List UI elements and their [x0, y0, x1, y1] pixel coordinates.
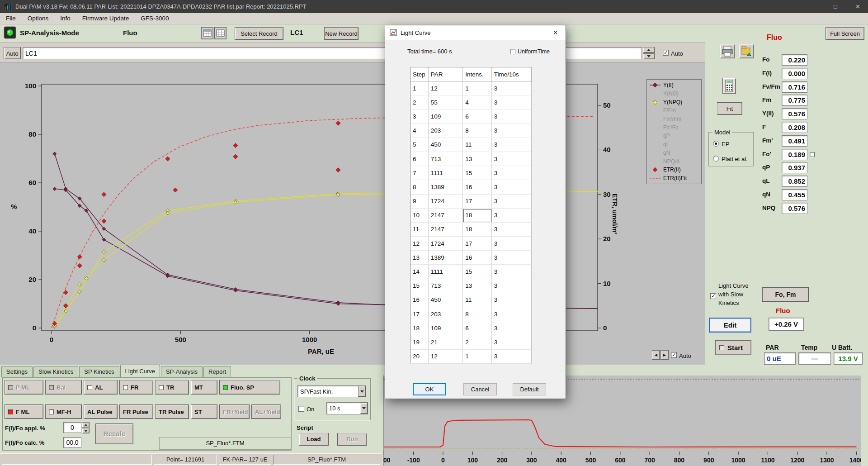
table-cell[interactable]: 1	[463, 350, 492, 364]
table-cell[interactable]: 10	[410, 209, 429, 223]
menu-info[interactable]: Info	[54, 13, 76, 24]
export-button[interactable]	[739, 44, 754, 58]
table-cell[interactable]: 3	[492, 180, 532, 194]
button-st[interactable]: ST	[191, 404, 217, 419]
legend-item-y-npq[interactable]: Y(NPQ)	[649, 98, 699, 106]
button-fr-pulse[interactable]: FR Pulse	[119, 404, 153, 419]
table-cell[interactable]: 13	[463, 152, 492, 166]
table-cell[interactable]: 3	[492, 350, 532, 364]
table-cell[interactable]: 2147	[429, 209, 463, 223]
clock-mode-select[interactable]: SP/Fast Kin.	[297, 385, 366, 397]
new-record-button[interactable]: New Record	[324, 27, 359, 40]
script-load-button[interactable]: Load	[299, 433, 329, 446]
legend-item-ql[interactable]: qL	[649, 140, 699, 149]
default-button[interactable]: Default	[513, 383, 546, 395]
table-cell[interactable]: 12	[429, 350, 463, 364]
table-cell[interactable]: 6	[463, 109, 492, 124]
table-cell[interactable]: 3	[492, 279, 532, 293]
full-screen-button[interactable]: Full Screen	[826, 27, 864, 40]
table-cell[interactable]: 3	[492, 265, 532, 279]
table-cell[interactable]: 8	[410, 180, 429, 194]
table-cell[interactable]: 450	[429, 293, 463, 307]
table-cell[interactable]: 3	[492, 251, 532, 265]
menu-options[interactable]: Options	[22, 13, 55, 24]
fo-prime-checkbox[interactable]	[810, 152, 815, 157]
table-cell[interactable]: 55	[429, 95, 463, 109]
table-cell[interactable]: 2	[410, 95, 429, 109]
table-cell[interactable]: 1	[463, 81, 492, 95]
table-cell[interactable]: 14	[410, 265, 429, 279]
button-tr[interactable]: TR	[155, 380, 189, 395]
tab-light-curve[interactable]: Light Curve	[120, 365, 160, 377]
button-fluo-sp[interactable]: Fluo. SP	[219, 380, 280, 395]
table-cell[interactable]: 12	[429, 81, 463, 95]
print-button[interactable]	[720, 44, 735, 58]
table-cell[interactable]: 3	[492, 223, 532, 237]
table-cell[interactable]: 15	[463, 265, 492, 279]
table-cell[interactable]: 18	[410, 321, 429, 335]
table-cell[interactable]: 11	[463, 293, 492, 307]
table-cell[interactable]: 4	[410, 124, 429, 138]
table-view-button[interactable]	[201, 27, 213, 39]
table-cell[interactable]: 18	[463, 209, 492, 223]
table-cell[interactable]: 11	[463, 138, 492, 152]
table-cell[interactable]: 8	[463, 124, 492, 138]
table-cell[interactable]: 19	[410, 335, 429, 349]
table-cell[interactable]: 8	[463, 307, 492, 321]
button-f-ml[interactable]: F ML	[5, 404, 43, 419]
start-button[interactable]: Start	[715, 340, 751, 355]
table-cell[interactable]: 3	[492, 195, 532, 209]
tab-slow-kinetics[interactable]: Slow Kinetics	[33, 366, 78, 377]
grid-view-button[interactable]	[214, 27, 226, 39]
table-cell[interactable]: 450	[429, 138, 463, 152]
menu-firmware-update[interactable]: Firmware Update	[76, 13, 135, 24]
table-cell[interactable]: 3	[492, 152, 532, 166]
menu-file[interactable]: File	[0, 13, 22, 24]
table-cell[interactable]: 3	[492, 109, 532, 124]
button-al[interactable]: AL	[84, 380, 118, 395]
table-cell[interactable]: 109	[429, 109, 463, 124]
uniform-time-checkbox[interactable]	[510, 49, 515, 54]
fifo-spin-down[interactable]	[82, 428, 90, 433]
table-cell[interactable]: 18	[463, 223, 492, 237]
table-cell[interactable]: 16	[463, 251, 492, 265]
record-next-button[interactable]: ►	[660, 350, 669, 360]
model-ep-radio[interactable]	[713, 141, 719, 147]
table-cell[interactable]: 203	[429, 124, 463, 138]
tab-sp-kinetics[interactable]: SP Kinetics	[79, 366, 119, 377]
table-cell[interactable]: 3	[492, 81, 532, 95]
table-cell[interactable]: 3	[492, 293, 532, 307]
table-cell[interactable]: 4	[463, 95, 492, 109]
ok-button[interactable]: OK	[413, 383, 446, 395]
fo-fm-button[interactable]: Fo, Fm	[762, 287, 809, 302]
button-tr-pulse[interactable]: TR Pulse	[155, 404, 189, 419]
table-cell[interactable]: 713	[429, 152, 463, 166]
table-cell[interactable]: 21	[429, 335, 463, 349]
model-platt-radio[interactable]	[713, 156, 719, 162]
table-cell[interactable]: 2147	[429, 223, 463, 237]
table-cell[interactable]: 11	[410, 223, 429, 237]
table-cell[interactable]: 3	[492, 335, 532, 349]
fifo-spin-up[interactable]	[82, 422, 90, 428]
legend-item-f-fm[interactable]: F/Fm	[649, 106, 699, 115]
table-cell[interactable]: 15	[410, 279, 429, 293]
legend-item-y-no[interactable]: Y(NO)	[649, 90, 699, 98]
button-mf-h[interactable]: MF-H	[45, 404, 82, 419]
table-cell[interactable]: 1389	[429, 251, 463, 265]
legend-item-fm-fm[interactable]: Fm'/Fm	[649, 115, 699, 124]
table-cell[interactable]: 13	[463, 279, 492, 293]
table-cell[interactable]: 3	[492, 307, 532, 321]
table-cell[interactable]: 17	[410, 307, 429, 321]
record-prev-button[interactable]: ◄	[652, 350, 660, 360]
calculator-button[interactable]	[722, 78, 736, 94]
table-cell[interactable]: 3	[492, 166, 532, 180]
table-cell[interactable]: 1724	[429, 195, 463, 209]
fifo-appl-value[interactable]: 0	[63, 422, 81, 433]
chart-auto-checkbox[interactable]	[671, 352, 677, 358]
tab-sp-analysis[interactable]: SP-Analysis	[161, 366, 203, 377]
select-record-button[interactable]: Select Record	[235, 27, 283, 40]
table-cell[interactable]: 1111	[429, 166, 463, 180]
table-cell[interactable]: 1111	[429, 265, 463, 279]
record-auto-checkbox[interactable]	[663, 50, 669, 56]
table-cell[interactable]: 3	[492, 124, 532, 138]
